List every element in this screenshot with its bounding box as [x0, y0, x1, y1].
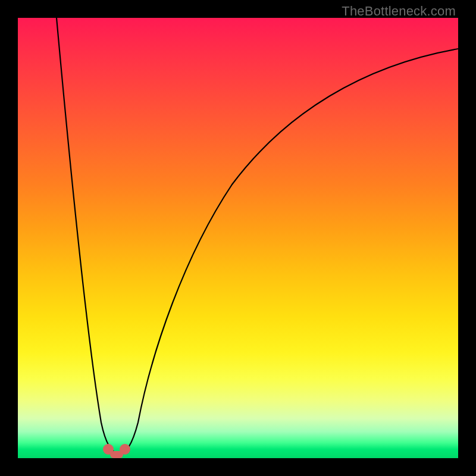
marker-left	[103, 444, 114, 455]
chart-svg	[18, 18, 458, 458]
plot-area	[18, 18, 458, 458]
watermark-text: TheBottleneck.com	[342, 4, 456, 19]
bottleneck-curve	[57, 18, 458, 453]
marker-right	[120, 444, 130, 455]
